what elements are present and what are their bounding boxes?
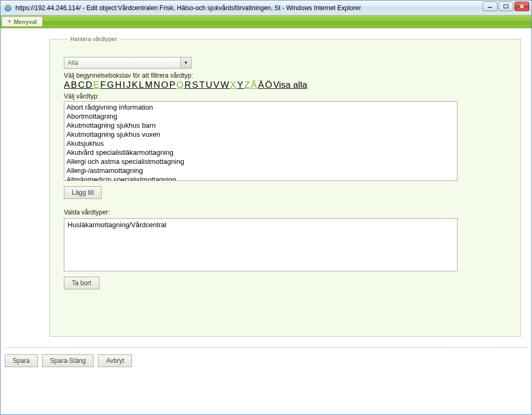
letter-Aring[interactable]: Å xyxy=(251,80,258,89)
maximize-button[interactable] xyxy=(498,2,513,11)
letter-C[interactable]: C xyxy=(78,80,86,89)
letter-W[interactable]: W xyxy=(220,80,230,89)
category-dropdown[interactable]: Alla ▼ xyxy=(64,57,192,69)
chevron-down-icon: ▼ xyxy=(180,57,191,68)
letter-G[interactable]: G xyxy=(107,80,115,89)
list-item[interactable]: Akutmottagning sjukhus barn xyxy=(66,121,455,130)
panel-hantera-vardtyper: Hantera vårdtyper Alla ▼ Välj begynnelse… xyxy=(49,36,521,337)
add-button[interactable]: Lägg till xyxy=(64,186,102,199)
list-item[interactable]: Abort rådgivning information xyxy=(66,103,455,112)
letter-P[interactable]: P xyxy=(169,80,176,89)
show-all-link[interactable]: Visa alla xyxy=(273,80,307,89)
letter-Y[interactable]: Y xyxy=(237,80,244,89)
list-label: Välj vårdtyp: xyxy=(64,93,506,100)
available-listbox[interactable]: Abort rådgivning information Abortmottag… xyxy=(64,101,458,181)
letter-S[interactable]: S xyxy=(192,80,199,89)
minimize-button[interactable] xyxy=(483,2,497,11)
letter-K[interactable]: K xyxy=(132,80,139,89)
footer-separator xyxy=(5,347,527,348)
remove-button[interactable]: Ta bort xyxy=(64,277,99,289)
window-controls xyxy=(483,2,529,11)
list-item[interactable]: Husläkarmottagning/Vårdcentral xyxy=(68,221,454,229)
letter-L[interactable]: L xyxy=(139,80,145,89)
letter-U[interactable]: U xyxy=(206,80,213,89)
letter-Ouml[interactable]: Ö xyxy=(265,80,273,89)
ie-logo-icon xyxy=(4,4,12,12)
list-item[interactable]: Akutsjukhus xyxy=(66,139,455,148)
letter-Q[interactable]: Q xyxy=(177,80,185,89)
letter-T[interactable]: T xyxy=(199,80,205,89)
dropdown-value: Alla xyxy=(68,59,78,67)
close-button[interactable] xyxy=(514,2,529,11)
letter-H[interactable]: H xyxy=(115,80,122,89)
save-close-button[interactable]: Spara-Stäng xyxy=(42,354,94,367)
letter-O[interactable]: O xyxy=(161,80,169,89)
save-button[interactable]: Spara xyxy=(5,354,38,367)
svg-point-2 xyxy=(7,7,9,9)
window-title: https://192.44.246.114/ - Edit object:Vå… xyxy=(15,4,529,12)
letter-Auml[interactable]: Ä xyxy=(258,80,265,89)
letter-Z[interactable]: Z xyxy=(244,80,251,89)
letter-I[interactable]: I xyxy=(123,80,127,89)
list-item[interactable]: Allergi-/astmamottagning xyxy=(66,166,455,175)
menubar: ▼ Menyval xyxy=(1,15,531,28)
letter-D[interactable]: D xyxy=(86,80,93,89)
letter-A[interactable]: A xyxy=(64,80,71,89)
letter-E[interactable]: E xyxy=(93,80,100,89)
list-item[interactable]: Akutvård specialistläkarmottagning xyxy=(66,148,455,157)
list-item[interactable]: Allmänmedicin specialistmottagning xyxy=(66,175,455,181)
list-item[interactable]: Abortmottagning xyxy=(66,112,455,121)
menyval-label: Menyval xyxy=(14,19,37,25)
window-titlebar: https://192.44.246.114/ - Edit object:Vå… xyxy=(1,1,531,15)
footer-buttons: Spara Spara-Stäng Avbryt xyxy=(1,352,531,367)
letter-N[interactable]: N xyxy=(154,80,161,89)
letter-J[interactable]: J xyxy=(126,80,132,89)
letter-V[interactable]: V xyxy=(213,80,220,89)
panel-legend: Hantera vårdtyper xyxy=(68,36,119,42)
letter-F[interactable]: F xyxy=(101,80,107,89)
list-item[interactable]: Akutmottagning sjukhus vuxen xyxy=(66,130,455,139)
letter-R[interactable]: R xyxy=(185,80,192,89)
alphabet-filter: ABCDEFGHIJKLMNOPQRSTUVWXYZÅÄÖVisa alla xyxy=(64,80,506,89)
letter-M[interactable]: M xyxy=(145,80,154,89)
filter-label: Välj begynnelsebokstav för att filtrera … xyxy=(64,72,506,79)
list-item[interactable]: Allergi och astma specialistmottagning xyxy=(66,157,455,166)
menyval-menu[interactable]: ▼ Menyval xyxy=(2,16,43,27)
main-content: Hantera vårdtyper Alla ▼ Välj begynnelse… xyxy=(1,28,531,337)
letter-B[interactable]: B xyxy=(71,80,78,89)
svg-rect-4 xyxy=(504,5,508,8)
letter-X[interactable]: X xyxy=(230,80,237,89)
cancel-button[interactable]: Avbryt xyxy=(98,354,132,367)
selected-listbox[interactable]: Husläkarmottagning/Vårdcentral xyxy=(64,218,458,271)
selected-label: Valda vårdtyper: xyxy=(64,209,506,216)
chevron-down-icon: ▼ xyxy=(7,19,12,24)
